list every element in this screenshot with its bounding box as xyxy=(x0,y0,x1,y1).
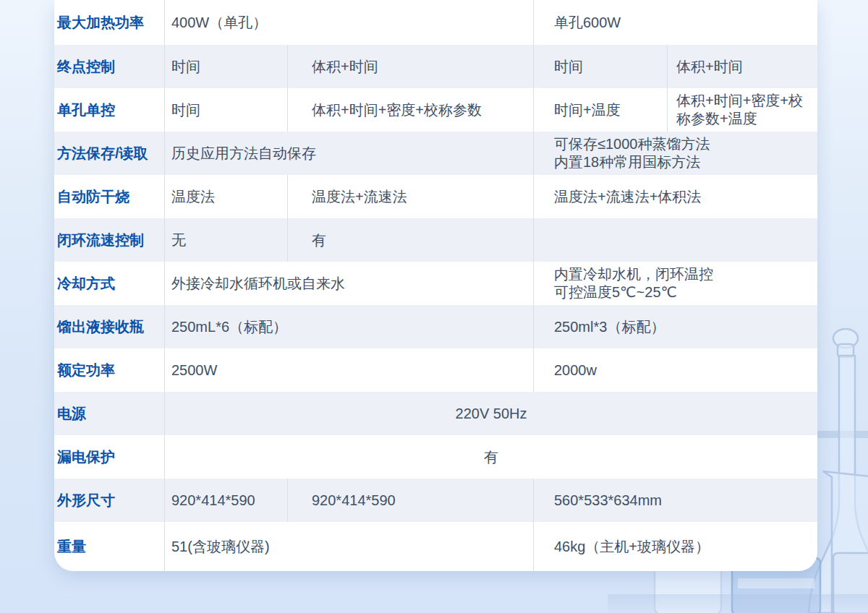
spec-table: 最大加热功率400W（单孔）单孔600W终点控制时间体积+时间时间体积+时间单孔… xyxy=(54,0,817,571)
spec-value-cell: 46kg（主机+玻璃仪器） xyxy=(533,522,817,571)
spec-value-cell: 250ml*3（标配） xyxy=(533,305,817,348)
spec-value-cell: 体积+时间+密度+校称参数 xyxy=(287,88,533,132)
spec-value-cell: 920*414*590 xyxy=(287,479,533,522)
spec-value-cell: 51(含玻璃仪器) xyxy=(164,522,533,571)
row-label: 闭环流速控制 xyxy=(54,218,164,262)
row-label: 额定功率 xyxy=(54,348,164,392)
spec-value-cell: 历史应用方法自动保存 xyxy=(164,132,533,175)
table-row: 方法保存/读取历史应用方法自动保存可保存≤1000种蒸馏方法 内置18种常用国标… xyxy=(54,132,817,175)
table-row: 闭环流速控制无有 xyxy=(54,218,817,262)
table-row: 冷却方式外接冷却水循环机或自来水内置冷却水机，闭环温控 可控温度5℃~25℃ xyxy=(54,262,817,305)
row-label: 自动防干烧 xyxy=(54,175,164,218)
spec-value-cell: 可保存≤1000种蒸馏方法 内置18种常用国标方法 xyxy=(533,132,817,175)
table-row: 漏电保护有 xyxy=(54,435,817,479)
spec-value-cell: 2500W xyxy=(164,348,533,392)
row-label: 最大加热功率 xyxy=(54,0,164,45)
spec-value-cell: 时间 xyxy=(533,45,667,88)
spec-value-cell: 温度法+流速法 xyxy=(287,175,533,218)
table-row: 自动防干烧温度法温度法+流速法温度法+流速法+体积法 xyxy=(54,175,817,218)
table-row: 外形尺寸920*414*590920*414*590560*533*634mm xyxy=(54,479,817,522)
spec-value-cell: 无 xyxy=(164,218,287,262)
row-label: 单孔单控 xyxy=(54,88,164,132)
row-label: 冷却方式 xyxy=(54,262,164,305)
row-label: 方法保存/读取 xyxy=(54,132,164,175)
table-row: 重量51(含玻璃仪器)46kg（主机+玻璃仪器） xyxy=(54,522,817,571)
row-label: 终点控制 xyxy=(54,45,164,88)
row-label: 重量 xyxy=(54,522,164,571)
spec-value-cell: 时间 xyxy=(164,45,287,88)
spec-value-cell: 内置冷却水机，闭环温控 可控温度5℃~25℃ xyxy=(533,262,817,305)
table-row: 最大加热功率400W（单孔）单孔600W xyxy=(54,0,817,45)
spec-value-cell: 体积+时间 xyxy=(667,45,817,88)
bench-reflection xyxy=(608,594,868,613)
spec-value-cell: 250mL*6（标配） xyxy=(164,305,533,348)
spec-value-cell: 温度法+流速法+体积法 xyxy=(533,175,817,218)
spec-value-cell: 400W（单孔） xyxy=(164,0,533,45)
spec-value-cell: 温度法 xyxy=(164,175,287,218)
spec-value-cell: 有 xyxy=(287,218,533,262)
spec-card: 最大加热功率400W（单孔）单孔600W终点控制时间体积+时间时间体积+时间单孔… xyxy=(54,0,817,571)
row-label: 外形尺寸 xyxy=(54,479,164,522)
spec-value-cell: 时间 xyxy=(164,88,287,132)
row-label: 馏出液接收瓶 xyxy=(54,305,164,348)
table-row: 电源220V 50Hz xyxy=(54,392,817,435)
spec-value-cell: 外接冷却水循环机或自来水 xyxy=(164,262,533,305)
spec-value-cell: 体积+时间+密度+校 称参数+温度 xyxy=(667,88,817,132)
table-row: 终点控制时间体积+时间时间体积+时间 xyxy=(54,45,817,88)
table-row: 单孔单控时间体积+时间+密度+校称参数时间+温度体积+时间+密度+校 称参数+温… xyxy=(54,88,817,132)
table-row: 馏出液接收瓶250mL*6（标配）250ml*3（标配） xyxy=(54,305,817,348)
page: 最大加热功率400W（单孔）单孔600W终点控制时间体积+时间时间体积+时间单孔… xyxy=(0,0,868,613)
row-label: 漏电保护 xyxy=(54,435,164,479)
spec-value-cell: 体积+时间 xyxy=(287,45,533,88)
table-row: 额定功率2500W2000w xyxy=(54,348,817,392)
spec-value-cell: 920*414*590 xyxy=(164,479,287,522)
spec-value-cell xyxy=(533,218,817,262)
spec-value-cell: 时间+温度 xyxy=(533,88,667,132)
spec-value-cell: 有 xyxy=(164,435,817,479)
spec-value-cell: 单孔600W xyxy=(533,0,817,45)
spec-value-cell: 2000w xyxy=(533,348,817,392)
spec-value-cell: 560*533*634mm xyxy=(533,479,817,522)
row-label: 电源 xyxy=(54,392,164,435)
spec-value-cell: 220V 50Hz xyxy=(164,392,817,435)
